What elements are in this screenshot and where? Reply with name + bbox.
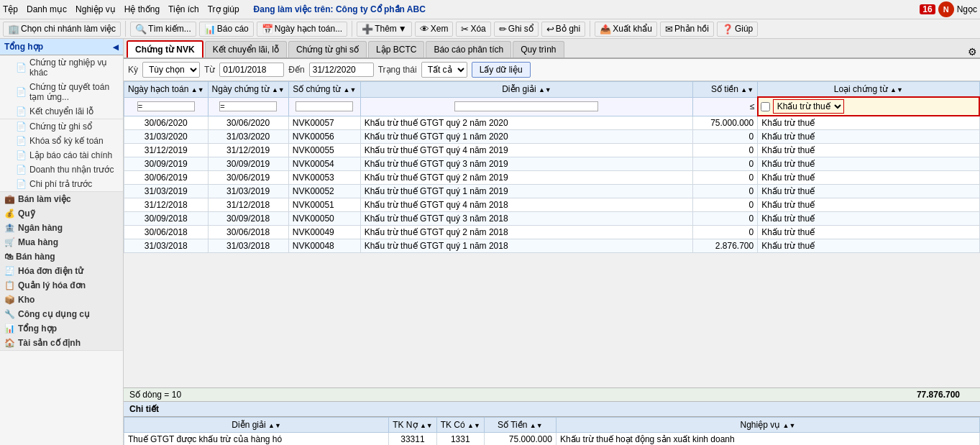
table-row[interactable]: 30/09/2018 30/09/2018 NVK00050 Khấu trừ … <box>124 212 980 226</box>
sidebar-item-banlam[interactable]: 💼 Bán làm việc <box>0 192 123 206</box>
sidebar-item-tonghop[interactable]: 📊 Tổng hợp <box>0 321 123 336</box>
branch-button[interactable]: 🏢 Chọn chi nhánh làm việc <box>3 22 121 37</box>
sidebar-item-kho[interactable]: 📦 Kho <box>0 293 123 307</box>
cell-loaict: Khấu trừ thuế <box>758 198 979 212</box>
sidebar-item-taisan[interactable]: 🏠 Tài sản cố định <box>0 336 123 350</box>
menu-tienich[interactable]: Tiện ích <box>168 4 199 14</box>
quy-icon: 💰 <box>4 208 15 219</box>
sidebar-item-tonghop-label: Tổng hợp <box>18 324 57 334</box>
banhang-icon: 🛍 <box>4 252 13 262</box>
sidebar-item-quyettoan[interactable]: 📄 Chứng từ quyết toán tạm ứng... <box>0 80 123 104</box>
view-button[interactable]: 👁 Xem <box>415 22 454 37</box>
menu-nghiepvu[interactable]: Nghiệp vụ <box>75 4 116 14</box>
filter-loaict-select[interactable]: Khấu trừ thuế <box>773 99 844 114</box>
sidebar-item-hoadondientu[interactable]: 🧾 Hóa đơn điện tử <box>0 264 123 278</box>
report-button[interactable]: 📊 Báo cáo <box>199 22 254 37</box>
filter-ngayht[interactable] <box>124 97 209 116</box>
unpost-button[interactable]: ↩ Bỏ ghi <box>541 22 585 37</box>
filter-sotien[interactable]: ≤ <box>693 97 758 116</box>
help-button[interactable]: ❓ Giúp <box>717 22 758 37</box>
cell-ngayht: 30/06/2019 <box>124 171 209 185</box>
col-header-ngayht[interactable]: Ngày hạch toán ▲▼ <box>124 82 209 98</box>
sidebar-collapse-icon[interactable]: ◀ <box>113 43 119 51</box>
cell-sotien: 0 <box>693 130 758 144</box>
sidebar-item-quanlyhoadon[interactable]: 📋 Quản lý hóa đơn <box>0 278 123 293</box>
filter-diengiai[interactable] <box>360 97 692 116</box>
detail-cell-nghiepvu: Khấu trừ thuế hoạt động sản xuất kinh do… <box>556 433 979 446</box>
tab-quytrinh[interactable]: Quy trình <box>513 41 564 58</box>
table-row[interactable]: 30/09/2019 30/09/2019 NVK00054 Khấu trừ … <box>124 157 980 171</box>
tab-ketchuyen[interactable]: Kết chuyển lãi, lỗ <box>205 41 287 58</box>
filter-soct-input[interactable] <box>296 101 353 111</box>
sidebar-item-lapbaocao[interactable]: 📄 Lập báo cáo tài chính <box>0 148 123 162</box>
load-data-button[interactable]: Lấy dữ liệu <box>472 62 531 78</box>
sidebar-item-chungtughiso[interactable]: 📄 Chứng từ ghi sổ <box>0 119 123 134</box>
detail-col-diengiai[interactable]: Diễn giải ▲▼ <box>124 418 389 433</box>
col-header-diengiai[interactable]: Diễn giải ▲▼ <box>360 82 692 98</box>
delete-button[interactable]: ✂ Xóa <box>456 22 490 37</box>
user-badge: 16 <box>920 4 935 14</box>
sidebar-item-quy[interactable]: 💰 Quỹ <box>0 206 123 221</box>
sidebar-item-congcu[interactable]: 🔧 Công cụ dụng cụ <box>0 307 123 321</box>
search-button[interactable]: 🔍 Tìm kiếm... <box>130 22 196 37</box>
col-header-soct[interactable]: Số chứng từ ▲▼ <box>288 82 360 98</box>
menu-trogiup[interactable]: Trợ giúp <box>208 4 239 14</box>
tab-lapbctc[interactable]: Lập BCTC <box>368 41 424 58</box>
cell-loaict: Khấu trừ thuế <box>758 157 979 171</box>
table-row[interactable]: 30/06/2019 30/06/2019 NVK00053 Khấu trừ … <box>124 171 980 185</box>
trangthai-select[interactable]: Tất cả <box>421 62 467 78</box>
table-row[interactable]: 31/12/2019 31/12/2019 NVK00055 Khấu trừ … <box>124 144 980 157</box>
table-row[interactable]: 31/03/2018 31/03/2018 NVK00048 Khấu trừ … <box>124 239 980 253</box>
detail-col-tkno[interactable]: TK Nợ ▲▼ <box>389 418 437 433</box>
filter-soct[interactable] <box>288 97 360 116</box>
filter-loaict[interactable]: Khấu trừ thuế <box>758 97 979 116</box>
detail-col-nghiepvu[interactable]: Nghiệp vụ ▲▼ <box>556 418 979 433</box>
detail-col-tkco[interactable]: TK Có ▲▼ <box>436 418 484 433</box>
settings-icon[interactable]: ⚙ <box>968 46 977 58</box>
sidebar-item-khoaso[interactable]: 📄 Khóa sổ kỳ kế toán <box>0 134 123 148</box>
post-button[interactable]: ✏ Ghi sổ <box>494 22 539 37</box>
filter-ngayct[interactable] <box>208 97 288 116</box>
filter-ngayct-input[interactable] <box>219 101 277 111</box>
sidebar-item-nganhang-label: Ngân hàng <box>18 223 63 233</box>
sidebar-item-banhang[interactable]: 🛍 Bán hàng <box>0 249 123 264</box>
add-button[interactable]: ➕ Thêm ▼ <box>357 22 412 37</box>
nganhang-icon: 🏦 <box>4 223 15 233</box>
cell-loaict: Khấu trừ thuế <box>758 212 979 226</box>
menu-hethong[interactable]: Hệ thống <box>124 4 160 14</box>
sidebar-section-2: 📄 Chứng từ ghi sổ 📄 Khóa sổ kỳ kế toán 📄… <box>0 119 123 192</box>
filter-ngayht-input[interactable] <box>137 101 195 111</box>
sidebar-item-nganhang[interactable]: 🏦 Ngân hàng <box>0 221 123 235</box>
cell-diengiai: Khấu trừ thuế GTGT quý 4 năm 2019 <box>360 144 692 157</box>
table-row[interactable]: 31/03/2020 31/03/2020 NVK00056 Khấu trừ … <box>124 130 980 144</box>
detail-table-row[interactable]: Thuế GTGT được khấu trừ của hàng hó 3331… <box>124 433 980 446</box>
table-row[interactable]: 31/03/2019 31/03/2019 NVK00052 Khấu trừ … <box>124 185 980 198</box>
sidebar-item-muahang[interactable]: 🛒 Mua hàng <box>0 235 123 249</box>
menu-danhmuc[interactable]: Danh mục <box>27 4 67 14</box>
feedback-button[interactable]: ✉ Phản hồi <box>660 22 714 37</box>
sidebar-item-doanhthu[interactable]: 📄 Doanh thu nhận trước <box>0 162 123 177</box>
table-row[interactable]: 31/12/2018 31/12/2018 NVK00051 Khấu trừ … <box>124 198 980 212</box>
col-header-sotien[interactable]: Số tiền ▲▼ <box>693 82 758 98</box>
date-button[interactable]: 📅 Ngày hạch toán... <box>257 22 347 37</box>
filter-loaict-checkbox[interactable] <box>761 102 770 111</box>
table-row[interactable]: 30/06/2018 30/06/2018 NVK00049 Khấu trừ … <box>124 226 980 239</box>
tab-chungtughiso[interactable]: Chứng từ ghi số <box>288 41 367 58</box>
sidebar-item-chungtunghiepvu[interactable]: 📄 Chứng từ nghiệp vụ khác <box>0 55 123 80</box>
ky-select[interactable]: Tùy chọn <box>142 62 200 78</box>
tab-chungtunvk[interactable]: Chứng từ NVK <box>127 40 203 58</box>
den-input[interactable] <box>309 63 374 77</box>
table-row[interactable]: 30/06/2020 30/06/2020 NVK00057 Khấu trừ … <box>124 116 980 130</box>
cell-ngayht: 30/06/2018 <box>124 226 209 239</box>
sidebar-item-ketchuyen[interactable]: 📄 Kết chuyển lãi lỗ <box>0 104 123 119</box>
col-header-ngayct[interactable]: Ngày chứng từ ▲▼ <box>208 82 288 98</box>
cell-soct: NVK00054 <box>288 157 360 171</box>
filter-diengiai-input[interactable] <box>454 101 598 111</box>
detail-col-sotien[interactable]: Số Tiền ▲▼ <box>484 418 556 433</box>
export-button[interactable]: 📤 Xuất khẩu <box>595 22 657 37</box>
menu-tep[interactable]: Tệp <box>3 4 18 14</box>
sidebar-item-chiphi[interactable]: 📄 Chi phí trả trước <box>0 177 123 191</box>
tab-baocaophantech[interactable]: Báo cáo phân tích <box>426 41 511 58</box>
tu-input[interactable] <box>219 63 284 77</box>
col-header-loaict[interactable]: Loại chứng từ ▲▼ <box>758 82 979 98</box>
